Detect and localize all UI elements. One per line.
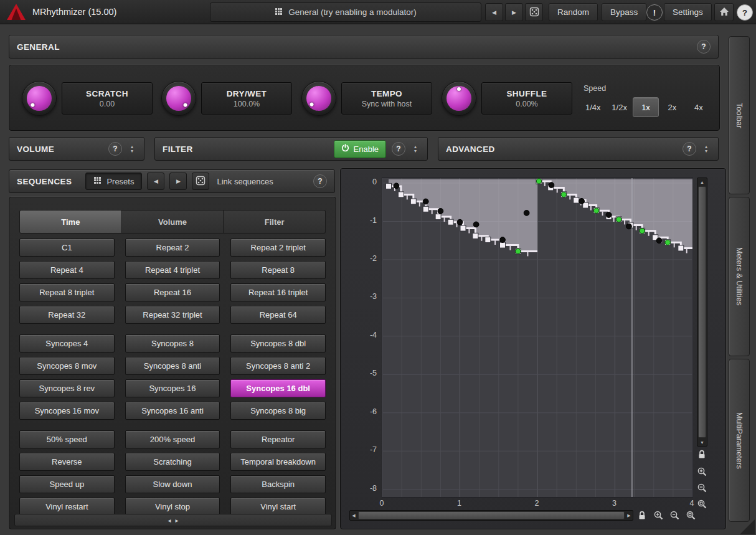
sequence-button[interactable]: C1 [19, 239, 115, 257]
zoom-fit-y-icon[interactable] [696, 498, 708, 510]
zoom-in-y-icon[interactable] [696, 465, 708, 478]
sequence-button[interactable]: Vinyl stop [125, 498, 220, 516]
speed-option-4x[interactable]: 4x [686, 97, 712, 117]
tab-time[interactable]: Time [19, 210, 122, 234]
speed-option-2x[interactable]: 2x [659, 97, 685, 117]
tempo-value-display[interactable]: TEMPO Sync with host [341, 82, 432, 115]
sequence-button[interactable]: Syncopes 16 dbl [230, 379, 326, 397]
random-button[interactable]: Random [549, 3, 598, 21]
sequence-button[interactable]: 50% speed [19, 430, 115, 448]
tab-volume[interactable]: Volume [122, 210, 224, 234]
sequence-button[interactable]: Scratching [125, 453, 220, 471]
sequence-button[interactable]: Syncopes 8 dbl [230, 334, 326, 353]
zoom-out-y-icon[interactable] [696, 481, 708, 494]
bypass-button[interactable]: Bypass [602, 3, 646, 21]
sequences-random-button[interactable] [192, 173, 209, 190]
zoom-in-x-icon[interactable] [652, 509, 664, 521]
scroll-left-icon[interactable]: ◀ [350, 511, 357, 520]
home-button[interactable] [714, 3, 734, 21]
sequences-scrollbar[interactable]: ◂ ▸ [14, 514, 332, 526]
lock-y-icon[interactable] [696, 448, 708, 460]
sidebar-tab-multiparameters[interactable]: MultiParameters [729, 359, 750, 522]
sequence-button[interactable]: Repeat 64 [230, 306, 326, 324]
sequences-help-icon[interactable]: ? [313, 174, 327, 188]
sequence-button[interactable]: Backspin [230, 475, 326, 493]
general-help-icon[interactable]: ? [697, 40, 711, 54]
speed-option-1x[interactable]: 1x [633, 97, 659, 117]
link-sequences-button[interactable]: Link sequences [214, 177, 275, 186]
volume-help-icon[interactable]: ? [108, 142, 122, 156]
scroll-down-icon[interactable]: ▼ [697, 438, 707, 446]
help-icon[interactable]: ? [737, 4, 753, 21]
shuffle-value-display[interactable]: SHUFFLE 0.00% [481, 82, 572, 115]
advanced-collapse-spinner[interactable]: ▴ ▾ [702, 144, 711, 153]
randomize-preset-button[interactable] [525, 3, 543, 21]
zoom-out-x-icon[interactable] [668, 509, 681, 521]
next-preset-button[interactable]: ▶ [505, 3, 523, 21]
alert-icon[interactable]: ! [646, 4, 663, 21]
sequence-button[interactable]: Syncopes 16 [125, 379, 220, 397]
volume-section-bar[interactable]: VOLUME ? ▴ ▾ [9, 137, 144, 161]
sequence-button[interactable]: Repeat 32 triplet [125, 306, 220, 324]
advanced-help-icon[interactable]: ? [683, 142, 696, 156]
sidebar-tab-toolbar[interactable]: Toolbar [729, 36, 750, 194]
sidebar-tab-meters-utilities[interactable]: Meters & Utilities [729, 197, 750, 356]
sequence-button[interactable]: Repeat 4 triplet [125, 261, 220, 279]
speed-option-1/2x[interactable]: 1/2x [606, 97, 632, 117]
v-scroll-thumb[interactable] [698, 186, 706, 438]
tempo-knob[interactable] [301, 81, 336, 116]
filter-section-bar[interactable]: FILTER Enable ? ▴ ▾ [154, 137, 428, 161]
speed-option-1/4x[interactable]: 1/4x [580, 97, 606, 117]
envelope-plot-area[interactable] [382, 178, 693, 498]
sequence-button[interactable]: Syncopes 4 [19, 334, 115, 353]
scroll-up-icon[interactable]: ▲ [697, 178, 707, 186]
filter-collapse-spinner[interactable]: ▴ ▾ [411, 144, 420, 153]
resize-handle[interactable] [740, 519, 755, 534]
filter-enable-button[interactable]: Enable [334, 140, 386, 158]
sequence-button[interactable]: Repeator [230, 430, 326, 448]
sequence-button[interactable]: Syncopes 8 big [230, 402, 326, 420]
sequence-button[interactable]: 200% speed [125, 430, 220, 448]
settings-button[interactable]: Settings [664, 3, 712, 21]
sequence-button[interactable]: Reverse [19, 453, 115, 471]
sequence-button[interactable]: Speed up [19, 475, 115, 493]
graph-vertical-scrollbar[interactable]: ▲ ▼ [697, 178, 707, 447]
sequences-prev-button[interactable]: ◀ [147, 173, 164, 190]
lock-x-icon[interactable] [636, 509, 648, 521]
previous-preset-button[interactable]: ◀ [485, 3, 503, 21]
sequence-button[interactable]: Vinyl restart [19, 498, 115, 516]
sequence-button[interactable]: Repeat 32 [19, 306, 115, 324]
scroll-right-icon[interactable]: ▸ [176, 517, 179, 524]
sequence-button[interactable]: Repeat 16 triplet [230, 283, 326, 301]
sequence-envelope-chart[interactable] [382, 178, 692, 497]
tab-filter[interactable]: Filter [224, 210, 326, 234]
preset-selector-button[interactable]: General (try enabling a modulator) [210, 2, 481, 22]
sequence-button[interactable]: Syncopes 8 rev [19, 379, 115, 397]
volume-collapse-spinner[interactable]: ▴ ▾ [128, 144, 136, 153]
sequence-button[interactable]: Vinyl start [230, 498, 326, 516]
sequence-button[interactable]: Slow down [125, 475, 220, 493]
sequence-button[interactable]: Repeat 2 [125, 239, 220, 257]
drywet-knob[interactable] [161, 81, 196, 116]
melda-logo[interactable] [6, 3, 26, 21]
scroll-left-icon[interactable]: ◂ [168, 517, 171, 524]
sequences-next-button[interactable]: ▶ [169, 173, 187, 190]
sequence-button[interactable]: Repeat 4 [19, 261, 115, 279]
sequence-button[interactable]: Syncopes 16 mov [19, 402, 115, 420]
sequences-presets-button[interactable]: Presets [85, 173, 142, 190]
sequence-button[interactable]: Syncopes 16 anti [125, 402, 220, 420]
shuffle-knob[interactable] [442, 81, 476, 116]
sequence-button[interactable]: Repeat 2 triplet [230, 239, 326, 257]
filter-help-icon[interactable]: ? [392, 142, 405, 156]
general-section-bar[interactable]: GENERAL ? [9, 35, 719, 59]
zoom-fit-x-icon[interactable] [684, 509, 697, 521]
sequence-button[interactable]: Temporal breakdown [230, 453, 326, 471]
drywet-value-display[interactable]: DRY/WET 100.0% [201, 82, 292, 115]
advanced-section-bar[interactable]: ADVANCED ? ▴ ▾ [438, 137, 719, 161]
scratch-value-display[interactable]: SCRATCH 0.00 [62, 82, 153, 115]
sequence-button[interactable]: Syncopes 8 mov [19, 357, 115, 375]
scroll-right-icon[interactable]: ▶ [625, 511, 633, 520]
graph-horizontal-scrollbar[interactable]: ◀ ▶ [349, 510, 633, 521]
sequence-button[interactable]: Repeat 8 triplet [19, 283, 115, 301]
sequence-button[interactable]: Repeat 16 [125, 283, 220, 301]
